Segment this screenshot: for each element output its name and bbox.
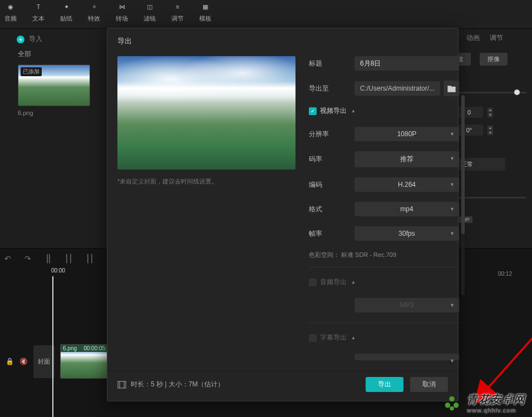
divider xyxy=(309,322,459,323)
subtitle-format-row: ▼ xyxy=(309,354,459,360)
codec-row: 编码 H.264▼ xyxy=(309,177,459,192)
watermark-title: 青花安卓网 xyxy=(467,392,525,407)
svg-line-3 xyxy=(477,334,532,400)
dialog-title: 导出 xyxy=(107,28,458,54)
preview-column: *未自定义封面，建议去时间线设置。 xyxy=(117,56,295,370)
checkbox-unchecked-icon: ✓ xyxy=(309,334,317,342)
svg-point-6 xyxy=(454,403,459,408)
dialog-backdrop: 导出 *未自定义封面，建议去时间线设置。 标题 导出至 C:/Users/Adm… xyxy=(0,0,532,417)
res-value: 1080P xyxy=(397,130,417,138)
res-label: 分辨率 xyxy=(309,130,354,139)
collapse-icon[interactable]: ▲ xyxy=(351,335,356,340)
bitrate-row: 码率 推荐▼ xyxy=(309,151,459,167)
watermark-logo-icon xyxy=(441,393,462,414)
chevron-down-icon: ▼ xyxy=(450,358,455,364)
svg-point-4 xyxy=(449,396,455,401)
collapse-icon[interactable]: ▲ xyxy=(351,280,356,285)
checkbox-checked-icon: ✓ xyxy=(309,107,317,115)
watermark-text: 青花安卓网 www.qhhlv.com xyxy=(467,392,525,414)
dialog-footer: 时长：5 秒 | 大小：7M（估计） 导出 取消 xyxy=(107,371,458,401)
form-column: 标题 导出至 C:/Users/Administrator/... ✓ xyxy=(309,56,459,370)
title-label: 标题 xyxy=(309,59,354,68)
bitrate-label: 码率 xyxy=(309,155,354,164)
footer-text: 时长：5 秒 | 大小：7M（估计） xyxy=(131,380,224,389)
preview-hint: *未自定义封面，建议去时间线设置。 xyxy=(117,177,295,186)
video-export-toggle[interactable]: ✓ 视频导出 ▲ xyxy=(309,106,356,116)
preview-image xyxy=(117,56,295,170)
subtitle-export-toggle[interactable]: ✓ 字幕导出 ▲ xyxy=(309,333,356,342)
sub-fmt-select: ▼ xyxy=(354,354,459,360)
watermark: 青花安卓网 www.qhhlv.com xyxy=(441,392,525,414)
cancel-button[interactable]: 取消 xyxy=(410,377,448,392)
svg-point-5 xyxy=(445,403,451,408)
title-input[interactable] xyxy=(354,56,459,71)
codec-select[interactable]: H.264▼ xyxy=(354,177,459,192)
res-select[interactable]: 1080P▼ xyxy=(354,127,459,141)
subtitle-section-label: 字幕导出 xyxy=(320,333,347,342)
video-section-row: ✓ 视频导出 ▲ xyxy=(309,106,459,116)
browse-button[interactable] xyxy=(444,81,459,96)
chevron-down-icon: ▼ xyxy=(450,131,455,137)
watermark-url: www.qhhlv.com xyxy=(467,407,525,414)
resolution-row: 分辨率 1080P▼ xyxy=(309,127,459,141)
export-dialog: 导出 *未自定义封面，建议去时间线设置。 标题 导出至 C:/Users/Adm… xyxy=(107,28,459,401)
film-icon xyxy=(117,381,126,389)
fps-row: 帧率 30fps▼ xyxy=(309,226,459,241)
path-input-group: C:/Users/Administrator/... xyxy=(354,81,459,96)
format-select[interactable]: mp4▼ xyxy=(354,202,459,216)
collapse-icon[interactable]: ▲ xyxy=(351,108,356,113)
video-section-label: 视频导出 xyxy=(320,106,347,116)
scroll-thumb[interactable] xyxy=(461,95,465,234)
chevron-down-icon: ▼ xyxy=(450,302,455,308)
fps-select[interactable]: 30fps▼ xyxy=(354,226,459,241)
footer-actions: 导出 取消 xyxy=(366,377,448,392)
folder-icon xyxy=(447,85,456,92)
codec-label: 编码 xyxy=(309,180,354,190)
chevron-down-icon: ▼ xyxy=(450,231,455,236)
footer-info: 时长：5 秒 | 大小：7M（估计） xyxy=(117,380,224,389)
dialog-body: *未自定义封面，建议去时间线设置。 标题 导出至 C:/Users/Admini… xyxy=(107,54,458,370)
scrollbar[interactable] xyxy=(461,95,465,295)
path-label: 导出至 xyxy=(309,84,354,93)
export-button[interactable]: 导出 xyxy=(366,377,403,392)
colorspace-info: 色彩空间： 标准 SDR - Rec.709 xyxy=(309,251,459,259)
audio-fmt-value: MP3 xyxy=(400,301,414,309)
path-row: 导出至 C:/Users/Administrator/... xyxy=(309,81,459,96)
divider xyxy=(309,267,459,267)
checkbox-unchecked-icon: ✓ xyxy=(309,279,317,286)
svg-rect-0 xyxy=(118,381,126,388)
title-row: 标题 xyxy=(309,56,459,71)
format-value: mp4 xyxy=(400,205,413,213)
chevron-down-icon: ▼ xyxy=(450,206,455,212)
audio-export-toggle[interactable]: ✓ 音频导出 ▲ xyxy=(309,277,356,287)
codec-value: H.264 xyxy=(398,181,416,188)
path-text[interactable]: C:/Users/Administrator/... xyxy=(354,81,440,96)
audio-section-label: 音频导出 xyxy=(320,277,347,287)
format-label: 格式 xyxy=(309,205,354,214)
chevron-down-icon: ▼ xyxy=(450,182,455,187)
audio-format-row: MP3▼ xyxy=(309,298,459,312)
format-row: 格式 mp4▼ xyxy=(309,202,459,216)
fps-value: 30fps xyxy=(398,230,415,237)
bitrate-value: 推荐 xyxy=(400,155,413,164)
svg-point-7 xyxy=(450,406,454,410)
subtitle-section-row: ✓ 字幕导出 ▲ xyxy=(309,333,459,342)
chevron-down-icon: ▼ xyxy=(450,156,455,161)
fps-label: 帧率 xyxy=(309,229,354,239)
audio-fmt-select: MP3▼ xyxy=(354,298,459,312)
bitrate-select[interactable]: 推荐▼ xyxy=(354,151,459,167)
audio-section-row: ✓ 音频导出 ▲ xyxy=(309,277,459,287)
